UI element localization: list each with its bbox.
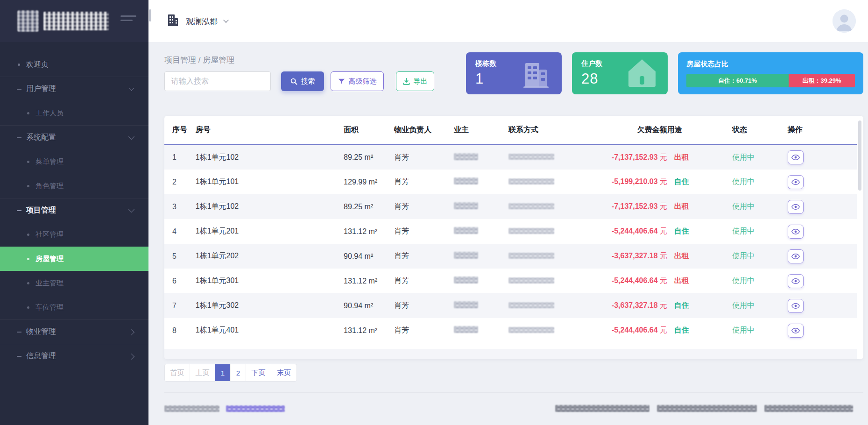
ratio-segment-label: 自住：60.71% [718,77,757,85]
bullet-icon [27,258,29,260]
sidebar-item-10[interactable]: 车位管理 [0,295,148,319]
usage-badge: 出租 [674,202,689,210]
amount-cell: -3,637,327.18元 [579,293,667,318]
arrears-amount: -5,199,210.03元 [612,177,667,185]
action-cell[interactable] [788,318,857,343]
sidebar-item-2[interactable]: 工作人员 [0,101,148,125]
area-cell: 90.94 m² [344,244,394,269]
view-detail-button[interactable] [788,274,804,288]
search-input[interactable] [164,71,271,91]
sidebar-item-8[interactable]: 房屋管理 [0,247,148,271]
topbar: 观澜泓郡 [148,0,868,42]
status-badge: 使用中 [732,252,755,260]
dash-icon [17,332,21,333]
hamburger-menu-icon[interactable] [120,15,136,21]
action-cell[interactable] [788,293,857,318]
property-manager: 肖芳 [394,153,409,161]
dash-icon [17,210,21,211]
sidebar-item-label: 社区管理 [35,230,64,239]
user-avatar[interactable] [833,9,856,33]
sidebar-item-4[interactable]: 菜单管理 [0,149,148,174]
logo-area [0,0,148,42]
usage-badge: 出租 [674,276,689,284]
table-row: 41栋1单元201131.12 m²肖芳-5,244,406.64元自住使用中 [164,219,857,244]
stat-cards: 楼栋数 1 住户数 [466,42,863,94]
usage-badge: 出租 [674,252,689,260]
sidebar-item-label: 菜单管理 [35,157,64,166]
project-selector[interactable]: 观澜泓郡 [167,14,228,28]
houses-table: 序号房号面积物业负责人业主联系方式欠费金额用途状态操作 11栋1单元10289.… [164,116,857,343]
column-header: 联系方式 [508,116,579,145]
view-detail-button[interactable] [788,299,804,313]
usage-cell: 出租 [667,269,732,293]
bullet-icon [18,64,20,66]
area-cell: 129.99 m² [344,170,394,194]
sidebar-item-11[interactable]: 物业管理 [0,319,148,344]
export-button[interactable]: 导出 [396,71,434,91]
room-number: 1栋1单元102 [196,202,239,210]
pagination-prev[interactable]: 上页 [190,364,215,381]
search-button[interactable]: 搜索 [281,71,324,91]
sidebar-item-5[interactable]: 角色管理 [0,174,148,198]
view-detail-button[interactable] [788,150,804,164]
action-cell[interactable] [788,244,857,269]
owner-cell [454,145,508,170]
sidebar-item-6[interactable]: 项目管理 [0,198,148,222]
owner-name-redacted [454,227,478,234]
status-cell: 使用中 [732,293,788,318]
view-detail-button[interactable] [788,249,804,263]
sidebar-item-label: 房屋管理 [35,255,64,263]
table-row: 31栋1单元10289.25 m²肖芳-7,137,152.93元出租使用中 [164,194,857,219]
eye-icon [791,179,800,185]
index-cell: 2 [164,170,196,194]
action-cell[interactable] [788,269,857,293]
sidebar-item-3[interactable]: 系统配置 [0,125,148,149]
footer-link[interactable] [226,405,285,412]
action-cell[interactable] [788,219,857,244]
sidebar-item-0[interactable]: 欢迎页 [0,52,148,77]
action-cell[interactable] [788,194,857,219]
dash-icon [17,356,21,357]
ratio-segment-label: 出租：39.29% [803,77,841,85]
view-detail-button[interactable] [788,175,804,189]
page-scrollbar[interactable] [149,9,151,21]
property-manager: 肖芳 [394,301,409,309]
status-badge: 使用中 [732,177,755,185]
pagination-page-1[interactable]: 1 [215,364,231,381]
bullet-icon [27,185,29,187]
table-scrollbar[interactable] [858,120,861,191]
pagination-last[interactable]: 末页 [271,364,296,381]
buildings-count-card: 楼栋数 1 [466,52,562,94]
pagination-page-2[interactable]: 2 [231,364,246,381]
action-cell[interactable] [788,145,857,170]
bullet-icon [27,112,29,114]
pagination: 首页上页12下页末页 [164,364,297,382]
owner-cell [454,170,508,194]
chevron-down-icon [128,206,134,212]
view-detail-button[interactable] [788,225,804,239]
status-badge: 使用中 [732,301,755,309]
advanced-filter-button[interactable]: 高级筛选 [331,71,384,91]
amount-cell: -5,244,406.64元 [579,269,667,293]
room-number: 1栋1单元102 [196,153,239,161]
property-manager: 肖芳 [394,276,409,284]
pagination-first[interactable]: 首页 [165,364,190,381]
sidebar-item-label: 系统配置 [26,133,56,142]
view-detail-button[interactable] [788,200,804,214]
manager-cell: 肖芳 [394,170,454,194]
chevron-down-icon [223,17,228,22]
sidebar-item-9[interactable]: 业主管理 [0,271,148,295]
sidebar-item-1[interactable]: 用户管理 [0,77,148,101]
sidebar-item-label: 欢迎页 [26,60,49,70]
sidebar-item-12[interactable]: 信息管理 [0,344,148,368]
sidebar-item-7[interactable]: 社区管理 [0,222,148,247]
owner-cell [454,244,508,269]
arrears-amount: -5,244,406.64元 [612,326,667,334]
contact-cell [508,244,579,269]
view-detail-button[interactable] [788,324,804,338]
area-cell: 90.94 m² [344,293,394,318]
pagination-next[interactable]: 下页 [246,364,271,381]
action-cell[interactable] [788,170,857,194]
contact-cell [508,170,579,194]
area-value: 131.12 m² [344,326,377,334]
